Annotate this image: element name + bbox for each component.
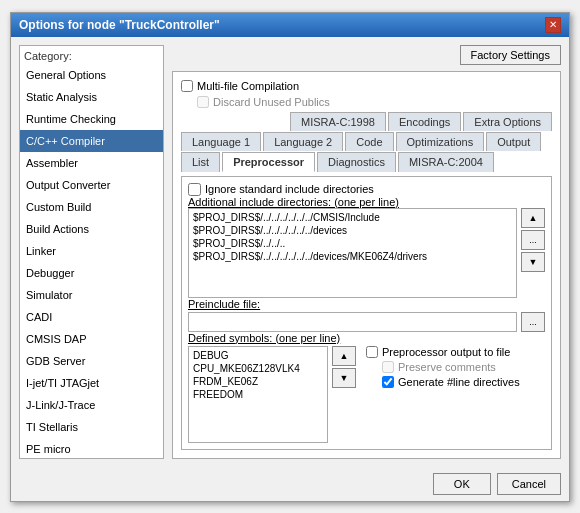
multi-file-label: Multi-file Compilation (197, 80, 299, 92)
preinclude-input[interactable] (188, 312, 517, 332)
tab-misra-2004[interactable]: MISRA-C:2004 (398, 152, 494, 172)
window-title: Options for node "TruckController" (19, 18, 220, 32)
pp-preserve-row: Preserve comments (382, 361, 545, 373)
tab-row-2: Language 1 Language 2 Code Optimizations… (181, 132, 552, 151)
tab-row-1: MISRA-C:1998 Encodings Extra Options (181, 112, 552, 131)
ignore-std-checkbox[interactable] (188, 183, 201, 196)
dir-list[interactable]: $PROJ_DIRS$/../../../../../../CMSIS/Incl… (188, 208, 517, 298)
sidebar-item-simulator[interactable]: Simulator (20, 284, 163, 306)
sidebar-item-cmsis-dap[interactable]: CMSIS DAP (20, 328, 163, 350)
multi-file-row: Multi-file Compilation (181, 80, 552, 92)
defined-symbols-label: Defined symbols: (one per line) (188, 332, 545, 344)
sidebar-item-cadi[interactable]: CADI (20, 306, 163, 328)
tab-language2[interactable]: Language 2 (263, 132, 343, 151)
multi-file-checkbox[interactable] (181, 80, 193, 92)
symbol-list-item: DEBUG (191, 349, 325, 362)
symbols-scroll-down-btn[interactable]: ▼ (332, 368, 356, 388)
ignore-std-row: Ignore standard include directories (188, 183, 545, 196)
preprocessor-options: Preprocessor output to file Preserve com… (366, 346, 545, 443)
tab-misra-1998[interactable]: MISRA-C:1998 (290, 112, 386, 131)
symbol-list-item: FREEDOM (191, 388, 325, 401)
window-footer: OK Cancel (11, 467, 569, 501)
title-bar: Options for node "TruckController" ✕ (11, 13, 569, 37)
pp-hash-label: Generate #line directives (398, 376, 520, 388)
preinclude-browse-btn[interactable]: ... (521, 312, 545, 332)
pp-output-label: Preprocessor output to file (382, 346, 510, 358)
dir-scroll-up-btn[interactable]: ▲ (521, 208, 545, 228)
options-panel: Multi-file Compilation Discard Unused Pu… (172, 71, 561, 459)
tab-encodings[interactable]: Encodings (388, 112, 461, 131)
tab-row-3: List Preprocessor Diagnostics MISRA-C:20… (181, 152, 552, 172)
ignore-std-label: Ignore standard include directories (205, 183, 374, 195)
symbols-scroll-btns: ▲ ▼ (332, 346, 356, 443)
defined-symbols-row: DEBUGCPU_MKE06Z128VLK4FRDM_KE06ZFREEDOM … (188, 346, 545, 443)
sidebar-item-i-jet-ti-jtagjet[interactable]: I-jet/TI JTAGjet (20, 372, 163, 394)
preinclude-label: Preinclude file: (188, 298, 545, 310)
tab-content-preprocessor: Ignore standard include directories Addi… (181, 176, 552, 450)
sidebar: Category: General OptionsStatic Analysis… (19, 45, 164, 459)
sidebar-item-assembler[interactable]: Assembler (20, 152, 163, 174)
sidebar-item-ti-stellaris[interactable]: TI Stellaris (20, 416, 163, 438)
additional-include-section: Additional include directories: (one per… (188, 196, 545, 298)
symbol-list-item: CPU_MKE06Z128VLK4 (191, 362, 325, 375)
pp-output-row: Preprocessor output to file (366, 346, 545, 358)
top-bar: Factory Settings (172, 45, 561, 65)
tabs-container-row1: MISRA-C:1998 Encodings Extra Options Lan… (181, 112, 552, 172)
dir-scroll-down-btn[interactable]: ▼ (521, 252, 545, 272)
ok-button[interactable]: OK (433, 473, 491, 495)
tab-language1[interactable]: Language 1 (181, 132, 261, 151)
tab-code[interactable]: Code (345, 132, 393, 151)
sidebar-items: General OptionsStatic AnalysisRuntime Ch… (20, 64, 163, 459)
symbol-list-item: FRDM_KE06Z (191, 375, 325, 388)
sidebar-item-output-converter[interactable]: Output Converter (20, 174, 163, 196)
tab-output[interactable]: Output (486, 132, 541, 151)
sidebar-item-linker[interactable]: Linker (20, 240, 163, 262)
dir-list-item: $PROJ_DIRS$/../../../../../../devices/MK… (191, 250, 514, 263)
symbols-scroll-up-btn[interactable]: ▲ (332, 346, 356, 366)
pp-preserve-label: Preserve comments (398, 361, 496, 373)
discard-unused-row: Discard Unused Publics (197, 96, 552, 108)
tab-list[interactable]: List (181, 152, 220, 172)
sidebar-item-cpp-compiler[interactable]: C/C++ Compiler (20, 130, 163, 152)
tab-optimizations[interactable]: Optimizations (396, 132, 485, 151)
tab-extra-options[interactable]: Extra Options (463, 112, 552, 131)
pp-hash-checkbox[interactable] (382, 376, 394, 388)
sidebar-item-jlink-jtrace[interactable]: J-Link/J-Trace (20, 394, 163, 416)
main-panel: Factory Settings Multi-file Compilation … (172, 45, 561, 459)
additional-include-label: Additional include directories: (one per… (188, 196, 545, 208)
main-window: Options for node "TruckController" ✕ Cat… (10, 12, 570, 502)
factory-settings-button[interactable]: Factory Settings (460, 45, 561, 65)
dir-scroll-btns: ▲ ... ▼ (521, 208, 545, 298)
defined-symbols-section: Defined symbols: (one per line) DEBUGCPU… (188, 332, 545, 443)
sidebar-item-runtime-checking[interactable]: Runtime Checking (20, 108, 163, 130)
sidebar-item-build-actions[interactable]: Build Actions (20, 218, 163, 240)
symbols-list-area: DEBUGCPU_MKE06Z128VLK4FRDM_KE06ZFREEDOM … (188, 346, 358, 443)
pp-output-checkbox[interactable] (366, 346, 378, 358)
dir-list-item: $PROJ_DIRS$/../../../../../../devices (191, 224, 514, 237)
tab-diagnostics[interactable]: Diagnostics (317, 152, 396, 172)
close-button[interactable]: ✕ (545, 17, 561, 33)
cancel-button[interactable]: Cancel (497, 473, 561, 495)
window-body: Category: General OptionsStatic Analysis… (11, 37, 569, 467)
sidebar-item-static-analysis[interactable]: Static Analysis (20, 86, 163, 108)
discard-unused-checkbox[interactable] (197, 96, 209, 108)
dir-browse-btn[interactable]: ... (521, 230, 545, 250)
pp-hash-row: Generate #line directives (382, 376, 545, 388)
dir-list-item: $PROJ_DIRS$/../../../../../../CMSIS/Incl… (191, 211, 514, 224)
category-label: Category: (20, 46, 163, 64)
preinclude-section: Preinclude file: ... (188, 298, 545, 332)
sidebar-item-debugger[interactable]: Debugger (20, 262, 163, 284)
sidebar-item-custom-build[interactable]: Custom Build (20, 196, 163, 218)
sidebar-item-gdb-server[interactable]: GDB Server (20, 350, 163, 372)
pp-preserve-checkbox[interactable] (382, 361, 394, 373)
tab-content-inner: Ignore standard include directories Addi… (188, 183, 545, 443)
symbols-list[interactable]: DEBUGCPU_MKE06Z128VLK4FRDM_KE06ZFREEDOM (188, 346, 328, 443)
discard-unused-label: Discard Unused Publics (213, 96, 330, 108)
sidebar-item-general-options[interactable]: General Options (20, 64, 163, 86)
dir-list-area: $PROJ_DIRS$/../../../../../../CMSIS/Incl… (188, 208, 545, 298)
preinclude-input-row: ... (188, 312, 545, 332)
tab-preprocessor[interactable]: Preprocessor (222, 152, 315, 172)
sidebar-item-pe-micro[interactable]: PE micro (20, 438, 163, 459)
dir-list-item: $PROJ_DIRS$/../../.. (191, 237, 514, 250)
